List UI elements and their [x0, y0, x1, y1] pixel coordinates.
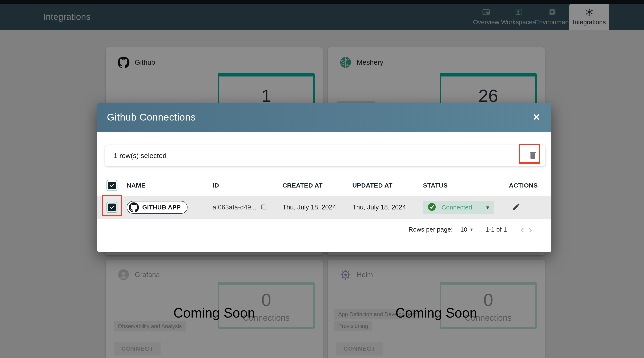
checkbox-check-icon	[108, 204, 116, 211]
status-check-icon	[428, 203, 436, 212]
connection-name-chip[interactable]: GITHUB APP	[127, 201, 188, 214]
close-icon[interactable]: ✕	[531, 111, 542, 123]
updated-at-value: Thu, July 18, 2024	[352, 204, 423, 211]
column-header-name[interactable]: NAME	[127, 182, 212, 189]
selected-rows-text: 1 row(s) selected	[114, 152, 166, 160]
select-all-checkbox[interactable]	[106, 180, 118, 191]
modal-header: Github Connections ✕	[97, 103, 552, 132]
column-header-actions[interactable]: ACTIONS	[509, 182, 552, 189]
column-header-status[interactable]: STATUS	[423, 182, 509, 189]
edit-connection-button[interactable]	[512, 203, 521, 212]
created-at-value: Thu, July 18, 2024	[282, 204, 352, 211]
chevron-down-icon: ▾	[486, 204, 489, 211]
column-header-updated-at[interactable]: UPDATED AT	[352, 182, 423, 189]
column-header-id[interactable]: ID	[212, 182, 282, 189]
column-header-created-at[interactable]: CREATED AT	[282, 182, 352, 189]
rows-per-page-label: Rows per page:	[408, 226, 453, 233]
next-page-button[interactable]: ›	[526, 224, 534, 235]
checkbox-check-icon	[108, 182, 116, 189]
table-row: GITHUB APP af063afa-d49... Thu, July 18,…	[97, 196, 552, 219]
chevron-down-icon: ▾	[470, 227, 473, 232]
selection-toolbar: 1 row(s) selected	[105, 145, 545, 166]
modal-title: Github Connections	[107, 111, 196, 123]
trash-icon	[528, 158, 538, 161]
rows-per-page-value: 10	[460, 226, 467, 233]
row-checkbox[interactable]	[106, 202, 118, 213]
status-label: Connected	[442, 204, 472, 211]
previous-page-button[interactable]: ‹	[518, 224, 526, 235]
pagination-range: 1-1 of 1	[486, 226, 507, 233]
connection-id: af063afa-d49...	[212, 204, 256, 211]
github-octocat-icon	[129, 202, 139, 212]
status-dropdown[interactable]: Connected ▾	[423, 201, 494, 214]
copy-id-button[interactable]	[260, 204, 268, 211]
delete-selected-button[interactable]	[528, 150, 538, 161]
pencil-icon	[512, 203, 521, 211]
rows-per-page-select[interactable]: 10 ▾	[460, 226, 473, 233]
table-pagination: Rows per page: 10 ▾ 1-1 of 1 ‹ ›	[97, 219, 552, 240]
table-header: NAME ID CREATED AT UPDATED AT STATUS ACT…	[97, 175, 552, 196]
connection-name: GITHUB APP	[142, 204, 181, 211]
copy-icon	[260, 204, 268, 211]
github-connections-modal: Github Connections ✕ 1 row(s) selected N…	[97, 103, 552, 252]
